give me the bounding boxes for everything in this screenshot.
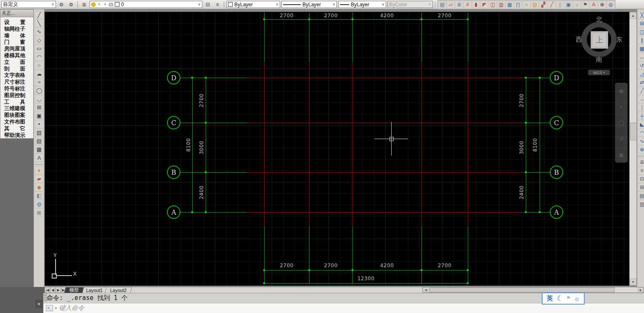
tab-prev-button[interactable]: ◀ [50, 287, 56, 293]
tz-column-icon[interactable]: ▮ [472, 1, 480, 8]
tz-book-icon[interactable]: ▯ [556, 1, 564, 8]
polyline-icon[interactable]: ∿ [35, 28, 43, 36]
tz-lamp-icon[interactable]: ☼ [573, 1, 581, 8]
command-window-close-button[interactable]: × [35, 300, 42, 308]
point-icon[interactable]: • [35, 120, 43, 128]
layer-tool-6-icon[interactable]: ▥ [638, 200, 644, 208]
workspace-save-button[interactable]: ⚙ [67, 0, 75, 9]
xline-icon[interactable]: ╲ [35, 19, 43, 27]
tz-corner-window-icon[interactable]: ▥ [497, 1, 505, 8]
rectangle-icon[interactable]: ▭ [35, 45, 43, 53]
make-block-icon[interactable]: ▣ [35, 112, 43, 120]
screen-menu-title[interactable]: 天正... [0, 10, 33, 17]
tab-next-button[interactable]: ▶ [56, 287, 61, 293]
menu-item[interactable]: 立 面 [0, 59, 33, 66]
circle-icon[interactable]: ○ [35, 61, 43, 69]
compass-west-label[interactable]: 西 [576, 36, 582, 44]
menu-item[interactable]: 设 置 [0, 19, 33, 26]
tz-door-window-icon[interactable]: ◫ [489, 1, 497, 8]
compass-north-label[interactable]: 北 [596, 16, 602, 24]
menu-item[interactable]: 文字表格 [0, 72, 33, 79]
layer-properties-button[interactable]: ≣ [80, 0, 88, 9]
scroll-right-button[interactable]: ► [638, 287, 644, 292]
command-window-grip[interactable] [44, 294, 47, 302]
blend-icon[interactable]: ∿ [638, 137, 644, 145]
move-icon[interactable]: ↔ [638, 53, 644, 61]
viewcube-top-face[interactable]: 上 [591, 31, 608, 49]
copy-icon[interactable]: ⊞ [638, 19, 644, 27]
layer-tool-5-icon[interactable]: ▤ [638, 192, 644, 200]
vertical-scrollbar-thumb[interactable] [630, 123, 637, 140]
horizontal-scrollbar[interactable]: ◄ ► [422, 287, 644, 293]
layer-save-icon[interactable]: ▣ [35, 208, 43, 216]
menu-item[interactable]: 轴网柱子 [0, 26, 33, 33]
tz-axis-grid-icon[interactable]: # [464, 1, 472, 8]
tz-palette-icon[interactable]: ▧ [531, 1, 539, 8]
tz-layers-icon[interactable]: ≣ [455, 1, 463, 8]
explode-icon[interactable]: ⊗ [638, 145, 644, 153]
ime-language-bar[interactable]: 英 ☾ ” ☼ [542, 292, 585, 305]
workspace-combo[interactable]: 自定义 ∨ [1, 1, 56, 8]
menu-item[interactable]: 符号标注 [0, 86, 33, 92]
vertical-scrollbar[interactable]: ▲ ▼ [629, 12, 637, 286]
tab-first-button[interactable]: |◀ [45, 287, 50, 293]
linetype-combo[interactable]: ByLayer ∨ [281, 1, 337, 8]
ime-settings-gear-icon[interactable]: ☼ [574, 295, 580, 302]
tz-edit-icon[interactable]: ▱ [447, 1, 455, 8]
menu-item[interactable]: 文件布图 [0, 119, 33, 126]
tz-machine-icon[interactable]: ▞ [539, 1, 547, 8]
tz-room-icon[interactable]: ▦ [506, 1, 514, 8]
scroll-left-button[interactable]: ◄ [423, 287, 429, 292]
polygon-icon[interactable]: ◇ [35, 36, 43, 44]
trim-icon[interactable]: ╱ [638, 87, 644, 95]
layer-match-icon[interactable]: ◧ [35, 192, 43, 200]
revcloud-icon[interactable]: ☁ [35, 70, 43, 78]
menu-item[interactable]: 楼梯其他 [0, 53, 33, 59]
make-layer-current-button[interactable]: ⊟ [204, 0, 212, 9]
tz-flag-icon[interactable]: ⚑ [581, 1, 589, 8]
ime-language-indicator[interactable]: 英 [547, 295, 553, 302]
insert-block-icon[interactable]: ⊞ [35, 103, 43, 111]
ime-fullwidth-moon-icon[interactable]: ☾ [557, 294, 563, 303]
navigation-bar[interactable]: ◉ + ◯ ↺ ▣ [615, 83, 628, 163]
menu-item[interactable]: 工 具 [0, 99, 33, 106]
menu-item[interactable]: 尺寸标注 [0, 79, 33, 86]
mirror-icon[interactable]: ◫ [638, 28, 644, 36]
tab-model[interactable]: 模型 [64, 287, 84, 293]
menu-item[interactable]: 墙 体 [0, 33, 33, 39]
menu-item[interactable]: 其 它 [0, 126, 33, 132]
tz-opening-icon[interactable]: ∩ [522, 1, 530, 8]
table-icon[interactable]: ▦ [35, 145, 43, 153]
layer-tool-3-icon[interactable]: ⊟ [638, 175, 644, 183]
tab-layout2[interactable]: Layout2 [105, 287, 132, 293]
compass-south-label[interactable]: 南 [596, 56, 602, 64]
compass-east-label[interactable]: 东 [616, 36, 623, 44]
tz-image-frame-icon[interactable]: ▣ [564, 1, 572, 8]
region-icon[interactable]: ▤ [35, 137, 43, 145]
scroll-up-button[interactable]: ▲ [630, 12, 636, 19]
scroll-down-button[interactable]: ▼ [630, 279, 636, 285]
erase-icon[interactable]: ╳ [638, 11, 644, 19]
join-icon[interactable]: ┼ [638, 112, 644, 120]
chevron-down-icon[interactable]: ▾ [55, 306, 57, 310]
tz-door-icon[interactable]: ∏ [514, 1, 522, 8]
fillet-icon[interactable]: ◠ [638, 129, 644, 137]
tz-globe-icon[interactable]: ◍ [607, 1, 615, 8]
ellipse-icon[interactable]: ◯ [35, 87, 43, 95]
horizontal-scrollbar-thumb[interactable] [429, 287, 615, 292]
text-icon[interactable]: A [35, 154, 43, 162]
layer-tool-2-icon[interactable]: ≡ [638, 166, 644, 174]
tz-pen-icon[interactable]: ╱ [548, 1, 556, 8]
menu-item[interactable]: 三维建模 [0, 105, 33, 112]
ellipse-arc-icon[interactable]: ◡ [35, 95, 43, 103]
menu-item[interactable]: 剖 面 [0, 66, 33, 73]
drawing-canvas[interactable]: 2700270042002700270027004200270012300270… [45, 12, 629, 286]
menu-item[interactable]: 房间屋顶 [0, 46, 33, 53]
extend-icon[interactable]: → [638, 95, 644, 103]
tz-wall-icon[interactable]: ◤ [480, 1, 488, 8]
layer-tool-1-icon[interactable]: ≣ [638, 158, 644, 166]
layer-on-icon[interactable]: ● [35, 166, 43, 174]
workspace-settings-button[interactable]: ⚙ [57, 0, 66, 9]
scale-icon[interactable]: ◿ [638, 70, 644, 78]
layer-brush-icon[interactable]: ▰ [35, 175, 43, 183]
